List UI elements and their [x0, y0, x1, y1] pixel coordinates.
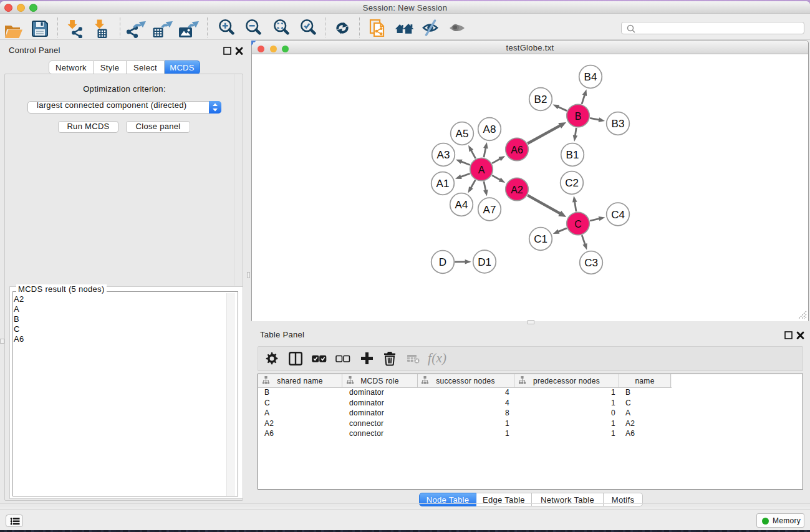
svg-text:A7: A7 [483, 204, 496, 216]
svg-text:B: B [575, 111, 582, 122]
svg-text:C1: C1 [534, 233, 547, 245]
svg-text:A1: A1 [436, 178, 450, 190]
svg-text:D1: D1 [478, 256, 491, 268]
svg-text:A: A [478, 165, 485, 175]
svg-text:B1: B1 [566, 149, 579, 161]
svg-text:A5: A5 [456, 128, 469, 140]
svg-text:B4: B4 [584, 71, 597, 83]
svg-text:D: D [439, 256, 446, 268]
svg-text:C2: C2 [565, 177, 579, 189]
svg-text:B2: B2 [534, 94, 547, 105]
svg-text:A8: A8 [483, 123, 496, 135]
svg-text:A2: A2 [511, 185, 523, 195]
svg-text:C: C [574, 219, 582, 230]
svg-text:B3: B3 [612, 118, 625, 130]
svg-text:A4: A4 [455, 199, 468, 211]
svg-text:A6: A6 [511, 145, 523, 155]
svg-text:A3: A3 [437, 149, 450, 161]
svg-text:C4: C4 [611, 209, 625, 221]
svg-text:C3: C3 [584, 257, 598, 269]
